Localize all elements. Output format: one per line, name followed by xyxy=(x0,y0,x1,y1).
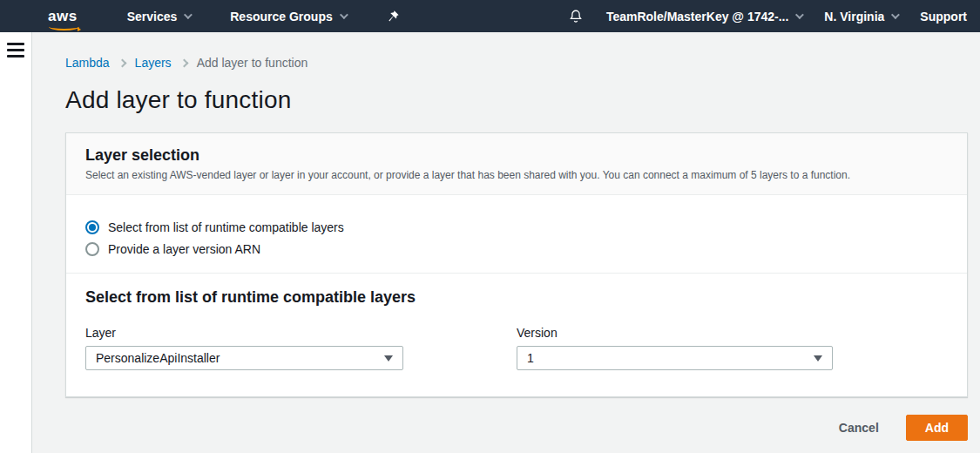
nav-left-group: aws Services Resource Groups xyxy=(48,9,400,24)
breadcrumb-link-layers[interactable]: Layers xyxy=(135,56,172,70)
nav-right-group: TeamRole/MasterKey @ 1742-... N. Virgini… xyxy=(568,9,967,24)
left-sidebar xyxy=(0,32,32,453)
dropdown-arrow-icon xyxy=(814,355,822,362)
version-field: Version 1 xyxy=(517,326,948,370)
layer-field-label: Layer xyxy=(85,326,517,340)
chevron-down-icon xyxy=(184,10,193,19)
add-button[interactable]: Add xyxy=(906,415,968,441)
hamburger-icon xyxy=(7,49,24,51)
layer-select-value: PersonalizeApiInstaller xyxy=(96,351,220,365)
nav-resource-groups-menu[interactable]: Resource Groups xyxy=(230,10,345,24)
form-actions: Cancel Add xyxy=(65,415,968,441)
breadcrumb-link-lambda[interactable]: Lambda xyxy=(65,56,110,70)
chevron-down-icon xyxy=(795,10,804,19)
pushpin-button[interactable] xyxy=(386,10,400,24)
version-select-value: 1 xyxy=(527,351,534,365)
top-navigation-bar: aws Services Resource Groups TeamRole/Ma… xyxy=(0,0,980,32)
hamburger-icon xyxy=(7,43,24,45)
nav-services-label: Services xyxy=(127,10,178,24)
nav-support-menu[interactable]: Support xyxy=(920,10,967,24)
page-title: Add layer to function xyxy=(65,86,968,114)
nav-support-label: Support xyxy=(920,10,967,24)
layer-select[interactable]: PersonalizeApiInstaller xyxy=(85,346,403,370)
cancel-button[interactable]: Cancel xyxy=(839,421,879,435)
card-body: Select from list of runtime compatible l… xyxy=(66,195,967,396)
aws-logo-text: aws xyxy=(48,8,78,24)
radio-option-runtime-compatible[interactable]: Select from list of runtime compatible l… xyxy=(85,220,948,234)
main-content: Lambda Layers Add layer to function Add … xyxy=(32,32,980,453)
divider xyxy=(66,273,967,274)
breadcrumb: Lambda Layers Add layer to function xyxy=(65,56,968,70)
chevron-down-icon xyxy=(891,10,900,19)
chevron-right-icon xyxy=(179,58,188,67)
pushpin-icon xyxy=(386,10,400,24)
nav-resource-groups-label: Resource Groups xyxy=(230,10,332,24)
radio-button[interactable] xyxy=(85,242,99,256)
nav-services-menu[interactable]: Services xyxy=(127,10,191,24)
radio-option-layer-version-arn[interactable]: Provide a layer version ARN xyxy=(85,242,948,256)
card-description: Select an existing AWS-vended layer or l… xyxy=(85,169,948,181)
section-title: Select from list of runtime compatible l… xyxy=(85,288,948,307)
chevron-right-icon xyxy=(118,58,126,67)
version-field-label: Version xyxy=(517,326,948,340)
layer-selection-card: Layer selection Select an existing AWS-v… xyxy=(65,132,968,397)
aws-logo[interactable]: aws xyxy=(48,9,78,24)
card-title: Layer selection xyxy=(85,146,948,165)
form-fields-row: Layer PersonalizeApiInstaller Version 1 xyxy=(85,326,948,370)
layer-field: Layer PersonalizeApiInstaller xyxy=(85,326,517,370)
card-header: Layer selection Select an existing AWS-v… xyxy=(66,133,967,195)
breadcrumb-current: Add layer to function xyxy=(197,56,308,70)
radio-label: Select from list of runtime compatible l… xyxy=(108,220,344,234)
notifications-button[interactable] xyxy=(568,9,584,24)
dropdown-arrow-icon xyxy=(384,355,393,362)
version-select[interactable]: 1 xyxy=(517,346,833,370)
radio-dot xyxy=(89,224,96,231)
hamburger-icon xyxy=(7,55,24,57)
nav-account-label: TeamRole/MasterKey @ 1742-... xyxy=(606,10,788,24)
chevron-down-icon xyxy=(340,10,348,19)
hamburger-menu-button[interactable] xyxy=(7,43,24,57)
nav-region-label: N. Virginia xyxy=(824,10,884,24)
radio-label: Provide a layer version ARN xyxy=(108,242,260,256)
bell-icon xyxy=(568,9,584,24)
nav-region-menu[interactable]: N. Virginia xyxy=(824,10,897,24)
aws-smile-icon xyxy=(49,23,79,30)
page-shell: Lambda Layers Add layer to function Add … xyxy=(0,32,980,453)
nav-account-menu[interactable]: TeamRole/MasterKey @ 1742-... xyxy=(606,10,801,24)
radio-button[interactable] xyxy=(85,220,99,234)
